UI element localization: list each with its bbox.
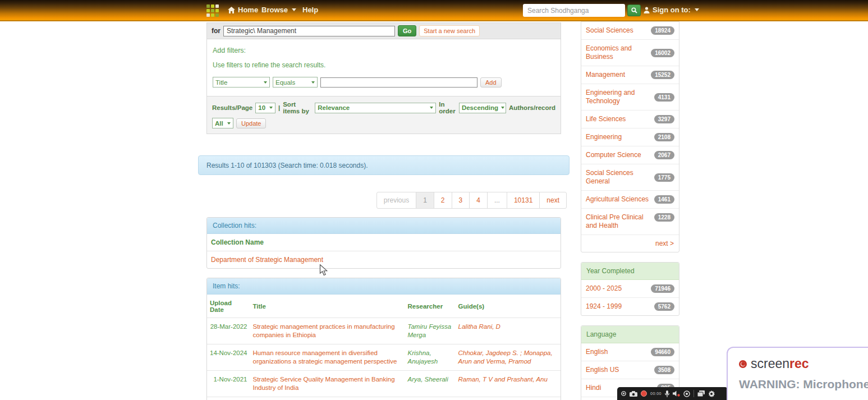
column-upload-date: Upload Date (207, 295, 250, 318)
speaker-icon[interactable] (673, 390, 680, 397)
sort-label: Sort items by (283, 101, 312, 114)
toolbar-divider (694, 390, 694, 397)
upload-date: 1-Nov-2021 (207, 370, 250, 397)
gear-icon[interactable] (708, 390, 715, 397)
pagination-page-1[interactable]: 1 (416, 192, 434, 209)
facet-item-engineering-and-technology[interactable]: Engineering and Technology 4131 (581, 84, 679, 111)
upload-date: 26-Dec-2022 (207, 397, 250, 400)
facet-item-english[interactable]: English 94660 (581, 343, 679, 361)
pagination-page-4[interactable]: 4 (469, 192, 488, 209)
facet-item-economics-and-business[interactable]: Economics and Business 16002 (581, 40, 679, 66)
search-icon (631, 7, 637, 13)
query-input[interactable] (223, 26, 395, 36)
facet-item-clinical-pre-clinical-and-health[interactable]: Clinical Pre Clinical and Health 1228 (581, 209, 679, 235)
count-badge: 3508 (654, 366, 674, 374)
screenrec-mini-icon[interactable] (621, 391, 626, 396)
filter-operator-select[interactable]: Equals (273, 77, 318, 88)
add-filter-button[interactable]: Add (480, 77, 502, 88)
table-header-row: Upload Date Title Researcher Guide(s) (207, 295, 561, 318)
filter-field-select[interactable]: Title (213, 77, 270, 88)
sort-select[interactable]: Relevance (315, 103, 436, 113)
microphone-icon[interactable] (665, 390, 669, 397)
item-hits-panel: Item hits: Upload Date Title Researcher … (206, 278, 561, 400)
facet-item-engineering[interactable]: Engineering 2108 (581, 128, 679, 146)
count-badge: 1775 (654, 173, 674, 182)
item-title: Strategic Service Quality Management in … (250, 370, 405, 397)
facet-item-1924-1999[interactable]: 1924 - 1999 5762 (581, 298, 679, 315)
facet-item-life-sciences[interactable]: Life Sciences 3297 (581, 111, 679, 128)
screenshot-camera-icon[interactable] (630, 391, 637, 397)
separator: | (278, 104, 280, 111)
item-title: Strategic management practices in manufa… (250, 318, 405, 344)
researcher: Tamiru Feyissa Merga (405, 318, 455, 344)
facet-item-management[interactable]: Management 15252 (581, 66, 679, 84)
sign-on-menu[interactable]: Sign on to: (644, 6, 699, 14)
year-completed-facet-box: Year Completed 2000 - 2025 71946 1924 - … (581, 262, 679, 316)
windows-icon[interactable] (697, 390, 705, 397)
item-title-link[interactable]: Human resource management in diversified… (252, 350, 397, 365)
facet-item-2000-2025[interactable]: 2000 - 2025 71946 (581, 280, 679, 298)
home-icon (228, 7, 235, 13)
facet-item-social-sciences-general[interactable]: Social Sciences General 1775 (581, 164, 679, 191)
language-header: Language (581, 326, 679, 343)
item-title: Human resource management in diversified… (250, 344, 405, 370)
column-researcher: Researcher (405, 295, 455, 318)
facet-item-social-sciences[interactable]: Social Sciences 18924 (581, 22, 679, 40)
pagination-page-2[interactable]: 2 (434, 192, 452, 209)
go-button[interactable]: Go (398, 25, 416, 36)
guides: Jaggi, Chandra K. and Khanna, Aditi (455, 397, 561, 400)
nav-help[interactable]: Help (302, 6, 318, 14)
item-title-link[interactable]: Strategic management practices in manufa… (252, 323, 394, 338)
item-hits-header: Item hits: (207, 278, 561, 295)
collection-name-column: Collection Name (207, 234, 561, 251)
collection-link[interactable]: Department of Strategic Management (207, 251, 561, 268)
user-icon (644, 7, 650, 13)
pagination-page-last[interactable]: 10131 (507, 192, 540, 209)
pagination-next[interactable]: next (539, 192, 567, 209)
facet-item-computer-science[interactable]: Computer Science 2067 (581, 146, 679, 164)
chevron-down-icon (501, 107, 504, 109)
facet-item-agricultural-sciences[interactable]: Agricultural Sciences 1461 (581, 191, 679, 209)
table-row: 26-Dec-2022 Strategic inventory manageme… (207, 397, 561, 400)
search-panel: for Go Start a new search Add filters: U… (206, 22, 561, 134)
count-badge: 2067 (654, 151, 674, 159)
collection-hits-panel: Collection hits: Collection Name Departm… (206, 217, 561, 269)
table-row: 28-Mar-2022 Strategic management practic… (207, 318, 561, 344)
record-button[interactable] (641, 390, 647, 397)
guides: Lalitha Rani, D (455, 318, 561, 344)
chevron-down-icon (269, 107, 273, 109)
recording-timer: 00:00 (650, 392, 662, 396)
count-badge: 18924 (651, 26, 674, 35)
facet-next-link[interactable]: next > (581, 235, 679, 252)
count-badge: 16002 (651, 49, 674, 57)
column-title: Title (250, 295, 405, 318)
order-label: In order (439, 101, 456, 114)
record-ring-icon (739, 360, 747, 368)
navbar-search-input[interactable] (523, 4, 625, 17)
webcam-icon[interactable] (683, 390, 690, 397)
authors-label: Authors/record (509, 104, 555, 111)
count-badge: 1228 (654, 213, 674, 222)
pagination-previous[interactable]: previous (376, 192, 416, 209)
researcher: Krishna, Anujayesh (405, 344, 455, 370)
facet-item-english-us[interactable]: English US 3508 (581, 361, 679, 379)
results-page-select[interactable]: 10 (255, 103, 275, 113)
filter-row: Title Equals Add (213, 77, 555, 88)
search-button[interactable] (627, 4, 641, 16)
recorder-toolbar: 00:00 (617, 387, 728, 400)
table-row: 1-Nov-2021 Strategic Service Quality Man… (207, 370, 561, 397)
start-new-search-button[interactable]: Start a new search (419, 25, 480, 36)
nav-home[interactable]: Home (228, 6, 258, 14)
researcher: Gautam, Prerna (405, 397, 455, 400)
shodhganga-logo[interactable] (206, 4, 219, 17)
navbar-search (523, 4, 641, 17)
pagination-page-3[interactable]: 3 (452, 192, 470, 209)
pagination-ellipsis: ... (487, 192, 507, 209)
item-title-link[interactable]: Strategic Service Quality Management in … (252, 376, 394, 391)
order-select[interactable]: Descending (459, 103, 506, 113)
nav-browse[interactable]: Browse (261, 6, 296, 14)
chevron-down-icon (227, 122, 231, 125)
authors-select[interactable]: All (212, 118, 233, 128)
update-button[interactable]: Update (236, 118, 266, 128)
filter-value-input[interactable] (320, 77, 477, 88)
